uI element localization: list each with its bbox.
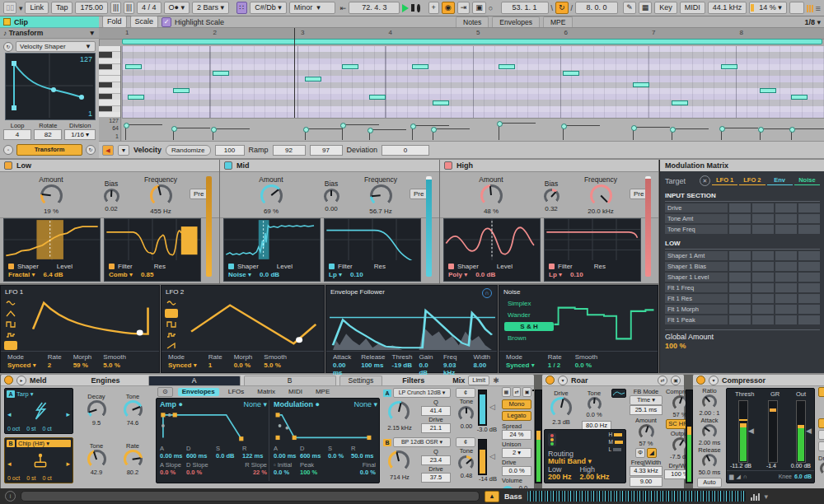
matrix-cell[interactable] <box>798 203 820 212</box>
fold-icon[interactable]: ▾ <box>558 376 568 385</box>
midi-note[interactable] <box>499 64 515 69</box>
midi-note[interactable] <box>125 64 142 69</box>
tab-settings[interactable]: Settings <box>339 376 383 385</box>
draw-box-icon[interactable]: ▣ <box>472 2 486 14</box>
rms-button[interactable]: RMS <box>818 430 824 440</box>
fb-time-field[interactable]: 25.1 ms <box>630 405 662 415</box>
arrangement-position-field[interactable]: 72. 4. 3 <box>349 2 400 14</box>
shaper-type-selector[interactable]: Fractal ▾ <box>8 271 35 278</box>
shaper-display[interactable]: ShaperLevel Poly ▾ 0.0 dB <box>443 218 541 282</box>
shelf-icon[interactable]: ◢ <box>647 448 657 458</box>
white-key[interactable] <box>99 58 120 64</box>
thresh-value[interactable]: -11.2 dB <box>730 463 751 469</box>
bar-ruler[interactable]: 12345678 <box>99 28 824 40</box>
band-enable-checkbox[interactable] <box>444 161 452 170</box>
lfo-shape-selector[interactable] <box>4 296 17 352</box>
filter-a-drive-field[interactable]: 21.1 <box>421 423 451 433</box>
filter-a-q-field[interactable]: 41.4 <box>421 406 451 416</box>
engine-b-tone-knob[interactable] <box>87 450 106 469</box>
matrix-cell[interactable] <box>752 294 774 303</box>
saw-shape-icon[interactable] <box>165 341 178 350</box>
engine-b-rate-knob[interactable] <box>124 450 143 469</box>
highlight-scale-checkbox[interactable]: ✓ <box>162 17 171 27</box>
engine-a-slot[interactable]: A Tarp ▾ ◂ ▸ 0 oct 0 st 0 ct <box>4 388 73 434</box>
frequency-knob[interactable] <box>590 184 612 207</box>
note-grid[interactable] <box>122 46 824 118</box>
global-amount-value[interactable]: 100 % <box>665 342 820 350</box>
punch-out-icon[interactable]: / <box>571 4 574 12</box>
matrix-target-column[interactable]: LFO 1 <box>712 176 737 185</box>
loop-marker-icon[interactable]: ○ <box>489 4 493 12</box>
matrix-cell[interactable] <box>752 251 774 260</box>
random-shape-icon[interactable] <box>4 330 17 339</box>
scale-fold-button[interactable]: Scale <box>130 16 159 28</box>
show-display-icon[interactable]: ⊙ <box>157 387 173 397</box>
subtab-midi[interactable]: MIDI <box>284 388 307 396</box>
piano-key-column[interactable] <box>99 46 121 118</box>
matrix-target-column[interactable]: Env <box>767 176 793 185</box>
matrix-cell[interactable] <box>798 273 820 282</box>
thresh-meter[interactable] <box>738 400 748 463</box>
loop-button[interactable]: ↻ <box>555 2 569 14</box>
lfo-shape-selector[interactable] <box>165 296 178 352</box>
bias-knob[interactable] <box>544 189 559 204</box>
mix-b-tone-knob[interactable] <box>458 455 474 471</box>
black-key[interactable] <box>99 106 112 112</box>
release-knob[interactable] <box>702 454 717 469</box>
filter-b-drive-field[interactable]: 37.5 <box>421 473 451 483</box>
black-key[interactable] <box>99 82 112 88</box>
matrix-cell[interactable] <box>775 283 797 292</box>
white-key[interactable] <box>99 100 120 105</box>
gear-icon[interactable]: ✱ <box>493 376 499 385</box>
env-follower-param[interactable]: Freq9.03 kHz <box>443 353 467 371</box>
midi-note[interactable] <box>213 71 229 76</box>
matrix-cell[interactable] <box>775 273 797 282</box>
matrix-cell[interactable] <box>775 262 797 271</box>
expand-button[interactable]: Expand <box>818 441 824 451</box>
amount-knob[interactable] <box>480 184 503 207</box>
matrix-cell[interactable] <box>729 283 751 292</box>
matrix-row-label[interactable]: Shaper 1 Bias <box>665 262 728 271</box>
env-follower-param[interactable]: Attack0.00 ms <box>333 353 354 371</box>
env-follower-param[interactable]: Release100 ms <box>361 353 385 371</box>
loop-count-field[interactable]: 4 <box>3 129 31 140</box>
knee-value[interactable]: 6.0 dB <box>794 474 812 479</box>
fb-width-field[interactable]: 9.00 <box>630 477 662 487</box>
mix-a-tone-knob[interactable] <box>458 406 474 422</box>
filter-enable-checkbox[interactable] <box>109 264 115 269</box>
loop-length-field[interactable]: 8. 0. 0 <box>575 2 618 14</box>
division-selector[interactable]: 1/16 ▾ <box>64 129 96 140</box>
midi-note[interactable] <box>563 71 579 76</box>
white-key[interactable] <box>99 112 120 118</box>
saw-shape-icon[interactable] <box>4 341 17 350</box>
save-icon[interactable]: ▣ <box>522 387 531 397</box>
tempo-field[interactable]: 175.00 <box>75 2 108 14</box>
midi-note[interactable] <box>342 64 358 69</box>
sidechain-listen-icon[interactable]: ∩ <box>743 474 747 479</box>
listen-icon[interactable]: ∩ <box>482 288 492 298</box>
st-value[interactable]: 0 st <box>26 475 35 481</box>
matrix-cell[interactable] <box>729 214 751 223</box>
lfo-waveform[interactable] <box>183 296 321 348</box>
subtab-matrix[interactable]: Matrix <box>253 388 279 396</box>
band-enable-checkbox[interactable] <box>4 161 12 170</box>
chevron-down-icon[interactable]: ▼ <box>89 29 96 37</box>
matrix-cell[interactable] <box>729 305 751 314</box>
matrix-cell[interactable] <box>752 283 774 292</box>
save-icon[interactable]: ▣ <box>671 376 681 385</box>
matrix-row-label[interactable]: Flt 1 Res <box>665 294 728 303</box>
matrix-cell[interactable] <box>752 214 774 223</box>
midi-note[interactable] <box>305 77 321 82</box>
prev-engine-icon[interactable]: ◂ <box>7 410 12 418</box>
matrix-row-label[interactable]: Shaper 1 Level <box>665 273 728 282</box>
matrix-cell[interactable] <box>798 283 820 292</box>
matrix-row-label[interactable]: Flt 1 Freq <box>665 283 728 292</box>
st-value[interactable]: 0 st <box>26 426 35 432</box>
subtab-lfos[interactable]: LFOs <box>224 388 249 396</box>
smooth-value[interactable]: 0.0 % <box>575 362 598 369</box>
matrix-cell[interactable] <box>729 225 751 234</box>
unison-selector[interactable]: 2 ▾ <box>502 448 531 458</box>
matrix-cell[interactable] <box>798 294 820 303</box>
matrix-cell[interactable] <box>752 305 774 314</box>
time-signature-field[interactable]: 4 / 4 <box>137 2 162 14</box>
